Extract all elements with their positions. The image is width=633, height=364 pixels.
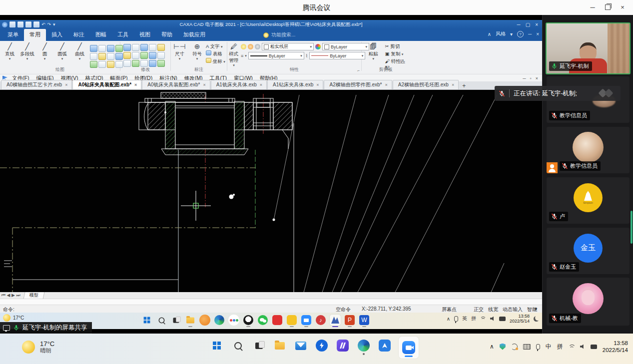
tab-close-icon[interactable]: × [260, 82, 262, 87]
ribbon-tab[interactable]: 常用 [24, 29, 46, 41]
ime-language[interactable]: 中 [546, 343, 552, 351]
mail-icon[interactable] [294, 339, 308, 353]
shared-clock[interactable]: 13:58 2022/5/14 [510, 314, 530, 324]
wifi-icon[interactable] [480, 317, 486, 321]
document-tab[interactable]: A2横轴曲拐毛坯图.exb × [393, 80, 459, 89]
youdao-icon[interactable] [272, 315, 283, 326]
linetype-icon[interactable]: ⌇ [306, 53, 308, 58]
quark-browser-icon[interactable] [378, 339, 392, 353]
save-icon[interactable] [25, 21, 31, 27]
drawing-canvas[interactable] [0, 90, 542, 292]
layer-combo[interactable]: 粗实线层 ▾ [262, 43, 314, 50]
ribbon-tab[interactable]: 帮助 [156, 29, 178, 41]
start-button-icon[interactable] [141, 315, 152, 326]
erase-tool-icon[interactable] [157, 44, 165, 51]
participant-tile[interactable]: 教学信息员 [547, 127, 630, 173]
focus-assist-icon[interactable] [534, 316, 539, 322]
array-tool-icon[interactable] [140, 44, 148, 51]
clock[interactable]: 13:58 2022/5/14 [603, 340, 628, 354]
tab-close-icon[interactable]: × [316, 82, 319, 87]
tray-expand-icon[interactable]: ∧ [447, 316, 450, 322]
model-tab[interactable]: 模型 [23, 292, 44, 299]
move-tool-icon[interactable] [123, 44, 131, 51]
new-file-icon[interactable] [9, 21, 15, 27]
cut-button[interactable]: ✂ 剪切 [385, 43, 410, 50]
doc-close-icon[interactable]: × [536, 76, 538, 81]
style-manager-button[interactable]: 🖉 样式管理▾ [229, 42, 239, 67]
lineweight-combo[interactable]: ByLayer ▾ [248, 52, 304, 59]
weather-widget[interactable]: 17°C 晴朗 [22, 340, 54, 354]
rotate-tool-icon[interactable] [132, 44, 139, 51]
caxa-minimize-button[interactable]: ─ [517, 22, 521, 27]
tab-close-icon[interactable]: × [134, 82, 137, 87]
browser-key-icon[interactable] [199, 315, 210, 326]
app-logo-icon[interactable] [2, 22, 7, 27]
ribbon-style-dropdown-icon[interactable]: ▾ [510, 31, 513, 37]
ime-mode[interactable]: 拼 [557, 343, 563, 351]
break-tool-icon[interactable] [157, 52, 165, 59]
document-tab[interactable]: A1铣床夹具体.exb × [211, 80, 267, 89]
tray-expand-icon[interactable]: ∧ [490, 343, 494, 350]
extend-tool-icon[interactable] [149, 52, 156, 59]
tray-mic-icon[interactable] [454, 316, 458, 322]
close-button[interactable]: × [615, 0, 630, 14]
ribbon-tab[interactable]: 标注 [68, 29, 90, 41]
chamfer-tool-icon[interactable] [140, 60, 148, 67]
security-shield-icon[interactable] [500, 344, 506, 350]
text-annotate-button[interactable]: A 文字 ▾ [206, 43, 225, 50]
stretch-tool-icon[interactable] [149, 44, 156, 51]
join-tool-icon[interactable] [157, 60, 165, 67]
file-explorer-icon[interactable] [185, 315, 196, 326]
status-toggle[interactable]: 线宽 [488, 307, 498, 312]
meeting-app-icon-active[interactable] [399, 337, 419, 359]
ribbon-tab[interactable]: 图幅 [90, 29, 112, 41]
ime-language[interactable]: 英 [462, 315, 467, 322]
draw-tool-button[interactable]: ╱ 直线 ▾ [1, 42, 18, 60]
draw-tool-button[interactable]: ╱ 圆弧 ▾ [53, 42, 71, 60]
document-tab[interactable]: A1钻床夹具体.exb × [267, 80, 323, 89]
ribbon-collapse-icon[interactable]: ∧ [488, 31, 491, 37]
layer-freeze-icon[interactable] [248, 44, 253, 49]
linetype-combo[interactable]: ByLayer ▾ [309, 52, 365, 59]
task-view-icon[interactable] [170, 315, 181, 326]
ribbon-tab[interactable]: 工具 [112, 29, 134, 41]
spline-tool-icon[interactable] [107, 53, 114, 60]
status-screen-point[interactable]: 屏幕点 [442, 306, 457, 313]
redo-icon[interactable]: ↷ [47, 22, 51, 27]
document-tab[interactable]: A0铣床夹具装配图.exb* × [142, 80, 210, 89]
caxa-restore-button[interactable]: ▢ [526, 22, 530, 27]
draw-tool-button[interactable]: ╱ 曲线 ▾ [71, 42, 88, 60]
participant-tile-speaker[interactable]: 延飞宇-机制 [546, 22, 631, 74]
search-icon[interactable] [231, 339, 245, 353]
explode-tool-icon[interactable] [149, 60, 156, 67]
powerpoint-icon[interactable]: P [344, 315, 355, 326]
copy-button[interactable]: ▣ 复制 ▾ [385, 51, 410, 57]
document-tab[interactable]: A0钻床夹具装配图.exb* × [72, 80, 141, 89]
status-overflow-icon[interactable]: ▾ [535, 306, 537, 312]
ribbon-tab[interactable]: 加载应用 [178, 29, 211, 41]
open-file-icon[interactable] [17, 21, 23, 27]
status-toggle[interactable]: 正交 [474, 307, 484, 312]
sidebar-scrollbar[interactable] [631, 211, 633, 244]
tab-close-icon[interactable]: × [452, 82, 454, 87]
scale-tool-icon[interactable] [132, 52, 139, 59]
start-button-icon[interactable] [210, 339, 224, 353]
draw-tool-button[interactable]: ╱ 圆 ▾ [36, 42, 53, 60]
restore-button[interactable] [600, 0, 615, 14]
camera-tray-icon[interactable] [499, 317, 506, 321]
layer-on-icon[interactable] [241, 44, 246, 49]
hatch-tool-icon[interactable] [107, 45, 114, 52]
ribbon-tab[interactable]: 菜单 [2, 29, 24, 41]
ribbon-tab[interactable]: 插入 [46, 29, 68, 41]
ribbon-tab[interactable]: 视图 [134, 29, 156, 41]
edge-icon[interactable] [214, 315, 225, 326]
qq-icon[interactable] [243, 315, 254, 326]
dimension-button[interactable]: ⊢⊣ 尺寸▾ [171, 42, 188, 60]
participant-tile[interactable]: Simpson 卢 [547, 177, 630, 224]
speaker-icon[interactable] [580, 345, 585, 349]
wechat-icon[interactable] [257, 315, 268, 326]
tab-close-icon[interactable]: × [203, 82, 205, 87]
doc-restore-icon[interactable]: ▫ [530, 76, 532, 81]
meeting-app-icon[interactable] [301, 315, 312, 326]
function-search[interactable]: 功能搜索... [263, 31, 295, 38]
